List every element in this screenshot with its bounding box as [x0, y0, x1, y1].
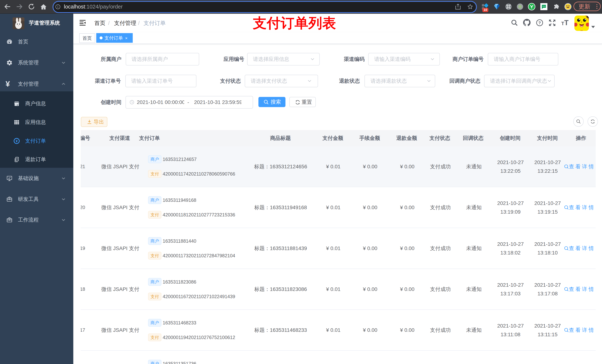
svg-text:¥: ¥ — [16, 139, 18, 143]
